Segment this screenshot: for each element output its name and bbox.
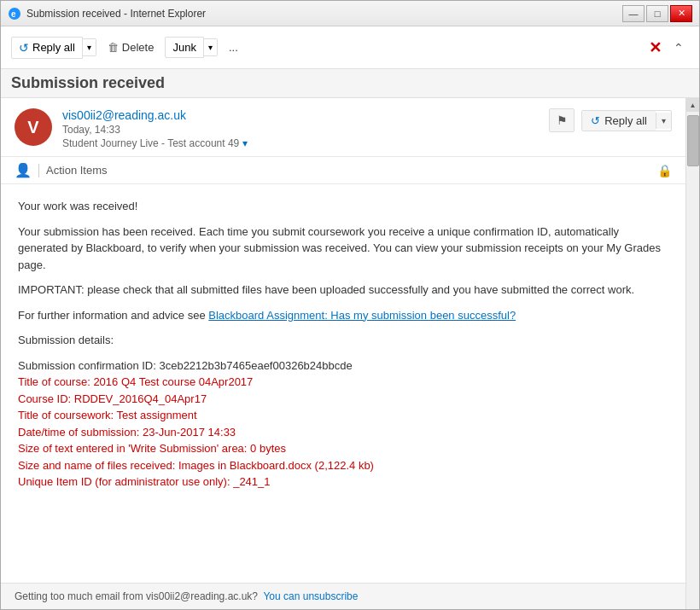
email-subject-bar: Submission received: [1, 69, 699, 98]
scroll-up-button[interactable]: ▲: [686, 98, 700, 112]
email-from-info: vis00ii2@reading.ac.uk Today, 14:33 Stud…: [62, 108, 549, 149]
reply-all-label: Reply all: [32, 41, 75, 54]
toolbar: ↺ Reply all ▾ 🗑 Delete Junk ▾ ... ✕ ⌃: [1, 26, 699, 69]
further-info-text: For further information and advice see B…: [18, 307, 668, 324]
more-button[interactable]: ...: [221, 37, 246, 58]
detail-line: Title of course: 2016 Q4 Test course 04A…: [18, 374, 668, 391]
reply-all-split-button[interactable]: ↺ Reply all ▾: [11, 37, 96, 59]
footer-text: Getting too much email from vis00ii2@rea…: [15, 590, 358, 602]
important-text: IMPORTANT: please check that all submitt…: [18, 282, 668, 299]
detail-line: Submission confirmation ID: 3ceb2212b3b7…: [18, 357, 668, 375]
close-button[interactable]: ✕: [670, 5, 692, 22]
unsubscribe-link[interactable]: You can unsubscribe: [263, 590, 358, 602]
further-info-link[interactable]: Blackboard Assignment: Has my submission…: [208, 309, 516, 322]
email-body: Your work was received! Your submission …: [1, 184, 685, 583]
junk-split-button[interactable]: Junk ▾: [165, 37, 217, 58]
main-window: e Submission received - Internet Explore…: [0, 0, 700, 610]
scroll-thumb[interactable]: [687, 115, 699, 166]
window-controls: — □ ✕: [622, 5, 692, 22]
ai-separator: [38, 164, 39, 177]
details-container: Submission confirmation ID: 3ceb2212b3b7…: [18, 357, 668, 491]
action-items-label: Action Items: [46, 164, 657, 177]
maximize-button[interactable]: □: [646, 5, 668, 22]
junk-button[interactable]: Junk: [165, 37, 203, 58]
footer-bar: Getting too much email from vis00ii2@rea…: [1, 583, 685, 609]
ie-icon: e: [8, 7, 21, 20]
avatar: V: [15, 108, 52, 146]
email-from[interactable]: vis00ii2@reading.ac.uk: [62, 108, 549, 122]
email-meta: V vis00ii2@reading.ac.uk Today, 14:33 St…: [1, 98, 685, 157]
flag-button[interactable]: ⚑: [549, 108, 575, 132]
svg-text:e: e: [11, 9, 16, 19]
detail-line: Course ID: RDDEV_2016Q4_04Apr17: [18, 391, 668, 408]
reply-all-action-arrow[interactable]: ▾: [656, 113, 671, 129]
email-actions: ⚑ ↺ Reply all ▾: [549, 108, 672, 132]
person-icon: 👤: [15, 162, 32, 178]
detail-line: Title of coursework: Test assignment: [18, 407, 668, 424]
submission-header: Submission details:: [18, 332, 668, 349]
account-dropdown-arrow[interactable]: ▾: [242, 137, 248, 149]
lock-icon: 🔒: [657, 164, 672, 177]
email-account: Student Journey Live - Test account 49 ▾: [62, 137, 549, 149]
reply-all-main[interactable]: ↺ Reply all: [582, 111, 656, 131]
email-content-inner: V vis00ii2@reading.ac.uk Today, 14:33 St…: [1, 98, 685, 609]
email-close-button[interactable]: ✕: [645, 38, 665, 58]
minimize-button[interactable]: —: [622, 5, 645, 22]
title-bar: e Submission received - Internet Explore…: [1, 1, 699, 26]
junk-dropdown-arrow[interactable]: ▾: [204, 38, 218, 56]
junk-label: Junk: [172, 41, 195, 54]
reply-all-action-button[interactable]: ↺ Reply all ▾: [581, 110, 672, 131]
scrollbar: ▲: [685, 98, 699, 609]
reply-all-button[interactable]: ↺ Reply all: [11, 37, 83, 59]
reply-all-icon: ↺: [591, 114, 600, 127]
detail-line: Size of text entered in 'Write Submissio…: [18, 440, 668, 457]
delete-icon: 🗑: [108, 41, 119, 54]
action-items-bar: 👤 Action Items 🔒: [1, 157, 685, 184]
email-time: Today, 14:33: [62, 124, 549, 136]
reply-all-dropdown-arrow[interactable]: ▾: [83, 38, 96, 56]
delete-button[interactable]: 🗑 Delete: [100, 37, 162, 58]
window-title: Submission received - Internet Explorer: [26, 8, 622, 20]
submission-details: Submission details: Submission confirmat…: [18, 332, 668, 491]
reply-icon: ↺: [19, 41, 29, 55]
detail-line: Date/time of submission: 23-Jun-2017 14:…: [18, 424, 668, 441]
email-subject: Submission received: [11, 74, 165, 91]
para1-text: Your submission has been received. Each …: [18, 224, 668, 274]
detail-line: Unique Item ID (for administrator use on…: [18, 473, 668, 491]
flag-icon: ⚑: [557, 113, 568, 127]
email-main-area: V vis00ii2@reading.ac.uk Today, 14:33 St…: [1, 98, 699, 609]
expand-button[interactable]: ⌃: [668, 38, 689, 58]
detail-line: Size and name of files received: Images …: [18, 457, 668, 474]
greeting-text: Your work was received!: [18, 198, 668, 215]
